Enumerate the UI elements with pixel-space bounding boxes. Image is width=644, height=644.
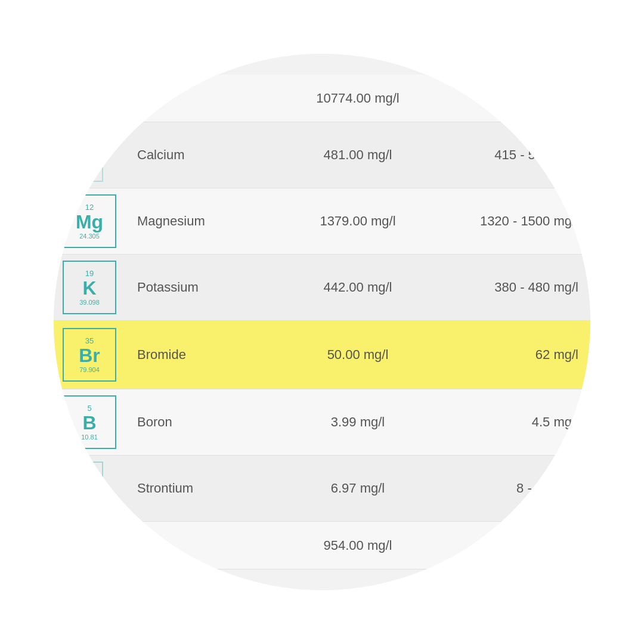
value-cell-sulfur: 954.00 mg/l: [280, 538, 435, 553]
range-cell-potassium: 380 - 480 mg/l: [435, 280, 590, 295]
value-text: 1379.00 mg/l: [320, 213, 395, 228]
row-magnesium: 12 Mg 24.305 Magnesium 1379.00 mg/l 1320…: [54, 188, 590, 255]
element-name: Potassium: [137, 280, 199, 295]
value-text: 3.99 mg/l: [331, 414, 385, 429]
range-text: 8 - 12 mg/l: [516, 481, 578, 496]
value-cell-sodium: 10774.00 mg/l: [280, 91, 435, 106]
name-cell-magnesium: Magnesium: [125, 213, 280, 229]
symbol-mg: Mg: [76, 212, 103, 231]
element-name: Calcium: [137, 147, 184, 162]
element-cell-strontium: [54, 456, 125, 521]
range-text: 1320 - 1500 mg/l: [480, 213, 578, 228]
range-cell-boron: 4.5 mg/l: [435, 414, 590, 430]
element-partial-label: um: [137, 91, 156, 106]
value-text: 442.00 mg/l: [324, 280, 392, 295]
name-cell-sodium: um: [125, 91, 280, 106]
name-cell-strontium: Strontium: [125, 481, 280, 496]
value-cell-magnesium: 1379.00 mg/l: [280, 213, 435, 229]
atomic-weight-br: 79.904: [79, 366, 100, 373]
row-sulfur-partial: hur 954.00 mg/l: [54, 522, 590, 569]
value-cell-strontium: 6.97 mg/l: [280, 481, 435, 496]
element-partial-label: hur: [137, 538, 156, 553]
symbol-br: Br: [79, 346, 100, 365]
element-box-mg: 12 Mg 24.305: [63, 194, 116, 248]
value-text: 481.00 mg/l: [324, 147, 392, 162]
value-cell-bromide: 50.00 mg/l: [280, 347, 435, 363]
element-box-k: 19 K 39.098: [63, 261, 116, 314]
value-text: 954.00 mg/l: [324, 538, 392, 553]
element-name: Boron: [137, 414, 172, 429]
element-cell-magnesium: 12 Mg 24.305: [54, 188, 125, 254]
element-name: Magnesium: [137, 213, 205, 228]
row-bromide: 35 Br 79.904 Bromide 50.00 mg/l 62 mg/l: [54, 321, 590, 389]
name-cell-calcium: Calcium: [125, 147, 280, 163]
element-cell-sulfur: [54, 540, 125, 552]
name-cell-sulfur: hur: [125, 538, 280, 553]
element-box-br: 35 Br 79.904: [63, 328, 116, 382]
symbol-b: B: [82, 413, 96, 432]
element-cell-bromide: 35 Br 79.904: [54, 322, 125, 388]
value-cell-boron: 3.99 mg/l: [280, 414, 435, 430]
element-name: Bromide: [137, 347, 186, 362]
value-text: 10774.00 mg/l: [316, 91, 399, 106]
atomic-number-mg: 12: [85, 203, 94, 211]
value-text: 50.00 mg/l: [327, 347, 389, 362]
atomic-weight-mg: 24.305: [79, 233, 100, 240]
table-wrapper: um 10774.00 mg/l N Calcium 481.00 mg/l: [54, 54, 590, 590]
name-cell-boron: Boron: [125, 414, 280, 430]
row-sodium-partial: um 10774.00 mg/l N: [54, 75, 590, 122]
name-cell-potassium: Potassium: [125, 280, 280, 295]
symbol-k: K: [82, 278, 96, 298]
atomic-number-b: 5: [87, 404, 91, 412]
value-cell-calcium: 481.00 mg/l: [280, 147, 435, 163]
element-cell-boron: 5 B 10.81: [54, 389, 125, 455]
range-cell-strontium: 8 - 12 mg/l: [435, 481, 590, 496]
range-cell-magnesium: 1320 - 1500 mg/l: [435, 213, 590, 229]
range-text: 62 mg/l: [535, 347, 578, 362]
range-cell-bromide: 62 mg/l: [435, 347, 590, 363]
element-cell-sodium: [54, 92, 125, 104]
value-text: 6.97 mg/l: [331, 481, 385, 496]
range-text: 4.5 mg/l: [532, 414, 578, 429]
element-box-b: 5 B 10.81: [63, 395, 116, 449]
atomic-weight-k: 39.098: [79, 299, 100, 306]
range-cell-sodium: N: [435, 91, 590, 106]
range-text: 380 - 480 mg/l: [494, 280, 578, 295]
name-cell-bromide: Bromide: [125, 347, 280, 363]
row-strontium: Strontium 6.97 mg/l 8 - 12 mg/l: [54, 456, 590, 522]
element-name: Strontium: [137, 481, 193, 496]
value-cell-potassium: 442.00 mg/l: [280, 280, 435, 295]
row-calcium: Calcium 481.00 mg/l 415 - 520 mg/l: [54, 122, 590, 188]
range-cell-calcium: 415 - 520 mg/l: [435, 147, 590, 163]
element-cell-calcium: [54, 122, 125, 188]
element-cell-potassium: 19 K 39.098: [54, 255, 125, 320]
range-text: 415 - 520 mg/l: [494, 147, 578, 162]
atomic-number-k: 19: [85, 270, 94, 277]
row-boron: 5 B 10.81 Boron 3.99 mg/l 4.5 mg/l: [54, 389, 590, 456]
row-potassium: 19 K 39.098 Potassium 442.00 mg/l 380 - …: [54, 255, 590, 321]
atomic-weight-b: 10.81: [81, 434, 98, 441]
atomic-number-br: 35: [85, 337, 94, 345]
range-text: N: [569, 91, 578, 106]
mineral-table-circle: um 10774.00 mg/l N Calcium 481.00 mg/l: [54, 54, 590, 590]
